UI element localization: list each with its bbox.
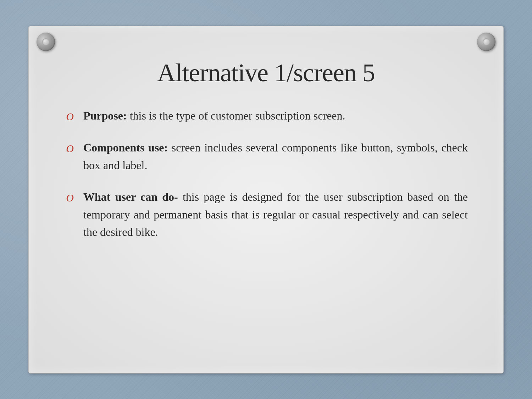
- bullet-item-components: O Components use: screen includes severa…: [64, 139, 468, 174]
- bullet-icon-purpose: O: [64, 109, 76, 125]
- bullet-item-what-user: O What user can do- this page is designe…: [64, 188, 468, 241]
- bullet-bold-components: Components use:: [83, 141, 168, 154]
- slide-title: Alternative 1/screen 5: [64, 58, 468, 88]
- bullet-icon-what-user: O: [64, 190, 76, 206]
- bullet-body-purpose: this is the type of customer subscriptio…: [127, 109, 345, 122]
- pin-left: [37, 33, 55, 51]
- pin-right: [477, 33, 495, 51]
- bullet-content-purpose: Purpose: this is the type of customer su…: [83, 107, 468, 125]
- bullet-icon-components: O: [64, 140, 76, 157]
- bullet-content-components: Components use: screen includes several …: [83, 139, 468, 174]
- bullet-bold-purpose: Purpose:: [83, 109, 127, 122]
- bullet-content-what-user: What user can do- this page is designed …: [83, 188, 468, 241]
- bullet-bold-what-user: What user can do-: [83, 190, 178, 203]
- bullet-list: O Purpose: this is the type of customer …: [64, 107, 468, 241]
- slide-container: Alternative 1/screen 5 O Purpose: this i…: [28, 26, 504, 373]
- bullet-item-purpose: O Purpose: this is the type of customer …: [64, 107, 468, 125]
